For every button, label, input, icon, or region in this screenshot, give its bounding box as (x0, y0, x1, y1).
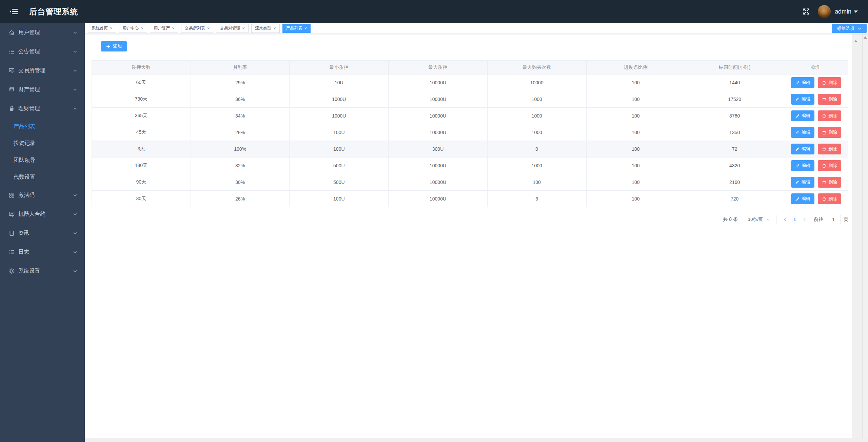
cell-end-time: 8760 (685, 108, 784, 124)
sidebar-item-label: 资讯 (18, 230, 29, 237)
column-header: 月利率 (191, 61, 290, 74)
close-icon[interactable]: × (304, 26, 307, 30)
tag-options-button[interactable]: 标签选项 (832, 24, 867, 33)
cell-monthly-rate: 29% (191, 75, 290, 91)
sidebar-item-finance-management[interactable]: 理财管理 (0, 99, 85, 118)
delete-button[interactable]: 删除 (818, 177, 841, 188)
sidebar-item-system-settings[interactable]: 系统设置 (0, 261, 85, 280)
fullscreen-icon[interactable] (802, 7, 810, 16)
cell-actions: 编辑 删除 (784, 174, 848, 190)
tab-user-center[interactable]: 用户中心 × (119, 24, 147, 33)
edit-button-label: 编辑 (802, 80, 810, 86)
cell-monthly-rate: 100% (191, 141, 290, 157)
sidebar-item-announcement-management[interactable]: 公告管理 (0, 42, 85, 61)
page-size-select[interactable]: 10条/页 (742, 215, 776, 224)
close-icon[interactable]: × (172, 26, 175, 30)
user-menu[interactable]: admin (835, 8, 858, 15)
tab-flow-type[interactable]: 流水类型 × (251, 24, 280, 33)
sidebar-subitem-investment-records[interactable]: 投资记录 (0, 135, 85, 152)
close-icon[interactable]: × (141, 26, 144, 30)
table-row: 180天 32% 500U 10000U 1000 100 4320 编辑 删除 (92, 157, 848, 174)
cell-pledge-days: 60天 (92, 75, 191, 91)
delete-button[interactable]: 删除 (818, 160, 841, 171)
tab-product-list[interactable]: 产品列表 × (282, 24, 311, 33)
app-title: 后台管理系统 (29, 6, 78, 17)
sidebar-item-user-management[interactable]: 用户管理 (0, 23, 85, 42)
tab-label: 交易所列表 (185, 25, 205, 31)
cell-max-buy-times: 10000 (488, 75, 587, 91)
chevron-down-icon (73, 68, 77, 73)
content-area: 添加 质押天数 月利率 最小质押 最大质押 最大购买次数 进度条比例 结束时间(… (85, 34, 868, 224)
close-icon[interactable]: × (110, 26, 113, 30)
cell-actions: 编辑 删除 (784, 157, 848, 174)
edit-button[interactable]: 编辑 (791, 177, 814, 188)
cell-end-time: 720 (685, 191, 784, 207)
close-icon[interactable]: × (273, 26, 276, 30)
cell-max-buy-times: 1000 (488, 108, 587, 124)
tab-system-home[interactable]: 系统首页 × (88, 24, 116, 33)
edit-button[interactable]: 编辑 (791, 110, 814, 121)
edit-button[interactable]: 编辑 (791, 193, 814, 204)
vertical-scrollbar[interactable] (862, 34, 868, 442)
user-avatar[interactable] (818, 5, 831, 18)
sidebar-item-news[interactable]: 资讯 (0, 224, 85, 243)
page-number-1[interactable]: 1 (790, 215, 800, 224)
delete-button[interactable]: 删除 (818, 193, 841, 204)
edit-button[interactable]: 编辑 (791, 77, 814, 88)
sidebar-subitem-product-list[interactable]: 产品列表 (0, 118, 85, 135)
delete-button[interactable]: 删除 (818, 144, 841, 154)
delete-button[interactable]: 删除 (818, 94, 841, 105)
edit-button-label: 编辑 (802, 163, 810, 169)
cell-min-pledge: 10U (290, 75, 389, 91)
sidebar-collapse-icon[interactable] (9, 7, 18, 16)
sidebar-subitem-team-leader[interactable]: 团队领导 (0, 152, 85, 169)
column-header: 最大购买次数 (488, 61, 587, 74)
delete-button-label: 删除 (828, 179, 837, 185)
app-header: 后台管理系统 admin (0, 0, 868, 23)
edit-button[interactable]: 编辑 (791, 127, 814, 138)
scroll-up-arrow-icon[interactable] (854, 40, 857, 42)
edit-button[interactable]: 编辑 (791, 160, 814, 171)
sidebar-item-activation-code[interactable]: 激活码 (0, 186, 85, 205)
tab-user-assets[interactable]: 用户资产 × (150, 24, 178, 33)
tag-options-label: 标签选项 (837, 25, 854, 31)
sidebar-item-property-management[interactable]: 财产管理 (0, 80, 85, 99)
close-icon[interactable]: × (207, 26, 210, 30)
cell-max-pledge: 10000U (389, 108, 488, 124)
pagination: 共 8 条 10条/页 1 前往 1 页 (92, 215, 848, 224)
sidebar-item-label: 交易所管理 (18, 67, 45, 74)
next-page-button[interactable] (800, 215, 809, 224)
cell-end-time: 72 (685, 141, 784, 157)
pagination-total: 共 8 条 (723, 216, 738, 223)
horizontal-scrollbar[interactable] (85, 438, 868, 442)
chevron-up-icon (73, 106, 77, 111)
page-size-value: 10条/页 (748, 216, 763, 223)
tab-label: 流水类型 (255, 25, 271, 31)
edit-button-label: 编辑 (802, 129, 810, 135)
delete-button-label: 删除 (828, 146, 837, 152)
sidebar-item-label: 激活码 (18, 192, 35, 199)
tab-exchange-list[interactable]: 交易所列表 × (181, 24, 214, 33)
scroll-up-arrow-icon[interactable] (864, 36, 867, 39)
sidebar-item-logs[interactable]: 日志 (0, 243, 85, 261)
edit-button[interactable]: 编辑 (791, 144, 814, 154)
sidebar-item-exchange-management[interactable]: 交易所管理 (0, 61, 85, 80)
delete-button[interactable]: 删除 (818, 127, 841, 138)
add-button[interactable]: 添加 (101, 41, 127, 51)
scrollbar-gutter (852, 34, 868, 442)
cell-pledge-days: 30天 (92, 191, 191, 207)
edit-button[interactable]: 编辑 (791, 94, 814, 105)
prev-page-button[interactable] (781, 215, 790, 224)
sidebar-item-robot-contract[interactable]: 机器人合约 (0, 205, 85, 224)
close-icon[interactable]: × (242, 26, 245, 30)
products-table: 质押天数 月利率 最小质押 最大质押 最大购买次数 进度条比例 结束时间(小时)… (92, 60, 848, 207)
goto-page-input[interactable]: 1 (826, 215, 841, 224)
sidebar-item-label: 日志 (18, 249, 29, 256)
cell-pledge-days: 3天 (92, 141, 191, 157)
tab-trading-pair-management[interactable]: 交易对管理 × (216, 24, 249, 33)
delete-button[interactable]: 删除 (818, 77, 841, 88)
sidebar-subitem-generation-settings[interactable]: 代数设置 (0, 169, 85, 186)
cell-max-pledge: 10000U (389, 174, 488, 190)
delete-button[interactable]: 删除 (818, 110, 841, 121)
delete-button-label: 删除 (828, 96, 837, 102)
